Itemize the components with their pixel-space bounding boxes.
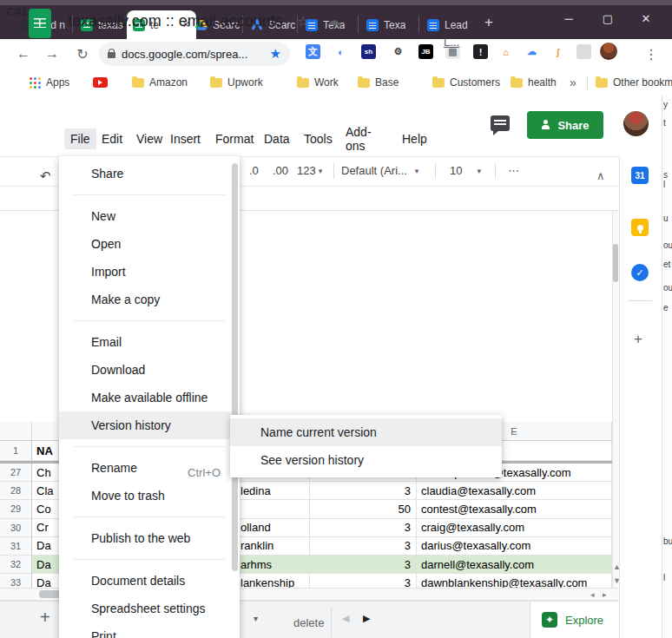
reload-icon[interactable]: ↻ (71, 43, 94, 65)
share-button[interactable]: Share (527, 111, 603, 139)
cell-a27[interactable]: Ch (32, 464, 59, 482)
cell-d30[interactable]: 3 (310, 519, 417, 537)
bookmark-folder-health[interactable]: health (511, 74, 557, 91)
decrease-decimal-button[interactable]: .0 (249, 156, 259, 185)
row-header-31[interactable]: 31 (0, 537, 32, 556)
puzzle-icon[interactable] (576, 44, 591, 59)
file-menu-item-move-to-trash[interactable]: Move to trash (59, 482, 238, 510)
lamp-icon[interactable]: ! (473, 44, 488, 59)
new-tab-button[interactable]: + (484, 14, 493, 31)
file-menu-item-import[interactable]: Import (59, 258, 238, 286)
close-button[interactable]: ✕ (633, 7, 659, 30)
cell-c30[interactable]: olland (227, 519, 310, 537)
menu-edit[interactable]: Edit (96, 128, 128, 149)
row-header-32[interactable]: 32 (0, 556, 32, 574)
last-edit-link[interactable]: L... (444, 36, 459, 49)
file-menu-item-spreadsheet-settings[interactable]: Spreadsheet settings (59, 595, 238, 622)
row-header-29[interactable]: 29 (0, 500, 32, 518)
cell-e28[interactable]: claudia@texasally.com (417, 482, 612, 500)
cell-e30[interactable]: craig@texasally.com (417, 519, 612, 537)
translate-icon[interactable]: 文 (306, 44, 320, 59)
cell-a32[interactable]: Da (32, 556, 59, 574)
file-menu-item-print[interactable]: PrintCtrl+P (59, 622, 238, 638)
file-menu-item-rename[interactable]: Rename (59, 454, 238, 482)
bookmark-folder-upwork[interactable]: Upwork (210, 74, 263, 91)
cell-d31[interactable]: 3 (310, 537, 417, 556)
font-name-select[interactable]: Default (Ari...▾ (341, 156, 418, 185)
other-bookmarks[interactable]: Other bookmarks (596, 74, 672, 91)
home-icon[interactable]: ⌂ (498, 44, 513, 59)
name-box[interactable]: C41 (7, 5, 28, 18)
add-sheet-button[interactable]: + (40, 608, 50, 628)
file-menu-item-share[interactable]: Share (59, 160, 238, 187)
star-document-icon[interactable]: ☆ (297, 13, 309, 30)
bookmark-star-icon[interactable]: ★ (270, 46, 281, 62)
number-format-button[interactable]: 123▾ (297, 156, 322, 185)
file-menu-item-email[interactable]: Email▶ (59, 328, 238, 356)
cell-c32[interactable]: arhms (227, 556, 310, 574)
ear-icon[interactable]: ʃ (550, 44, 565, 59)
cell-a30[interactable]: Cr (32, 519, 59, 537)
maximize-button[interactable]: ▢ (595, 7, 621, 30)
menu-view[interactable]: View (130, 128, 168, 149)
cell-e29[interactable]: contest@texasally.com (417, 500, 612, 518)
cell-d29[interactable]: 50 (310, 500, 417, 518)
scroll-right-icon[interactable]: ▸ (603, 590, 607, 599)
cell-c29[interactable] (227, 500, 310, 518)
cell-d32[interactable]: 3 (310, 556, 417, 574)
cell-d28[interactable]: 3 (310, 482, 417, 500)
gear-icon[interactable]: ⚙ (391, 44, 405, 59)
font-size-select[interactable]: 10▾ (450, 156, 481, 185)
cell-c31[interactable]: ranklin (227, 537, 310, 556)
cell-e31[interactable]: darius@texasally.com (417, 537, 612, 556)
menu-help[interactable]: Help (396, 128, 433, 149)
sheets-logo-icon[interactable] (29, 9, 51, 38)
document-title[interactable]: texasally.com :: email accounts (68, 12, 283, 30)
keep-icon[interactable] (631, 219, 649, 236)
add-addon-button[interactable]: + (634, 331, 642, 348)
minimize-button[interactable]: ─ (556, 7, 582, 30)
bookmark-youtube[interactable] (93, 74, 108, 91)
bookmarks-overflow-icon[interactable]: » (570, 74, 576, 91)
browser-profile-avatar[interactable] (600, 43, 617, 60)
menu-format[interactable]: Format (209, 128, 260, 149)
row-header-27[interactable]: 27 (0, 464, 32, 482)
vertical-scroll-thumb[interactable] (613, 244, 618, 282)
file-menu-item-open[interactable]: OpenCtrl+O (59, 230, 238, 258)
increase-decimal-button[interactable]: .00 (273, 156, 288, 185)
menu-insert[interactable]: Insert (164, 128, 207, 149)
menu-file[interactable]: File (64, 128, 96, 149)
sheet-nav-left-icon[interactable]: ◀ (342, 613, 349, 624)
file-menu-item-version-history[interactable]: Version history▶ (59, 411, 238, 439)
forward-icon[interactable]: → (41, 43, 63, 65)
file-menu-scrollbar[interactable] (232, 163, 238, 571)
row-header-28[interactable]: 28 (0, 482, 32, 500)
sheet-tab-caret-icon[interactable]: ▾ (254, 614, 258, 623)
sheet-tab-delete[interactable]: delete (287, 608, 332, 637)
cell-a28[interactable]: Cla (32, 482, 59, 500)
file-menu-item-make-a-copy[interactable]: Make a copy (59, 286, 238, 313)
bookmark-folder-customers[interactable]: Customers (432, 74, 500, 91)
menu-data[interactable]: Data (258, 128, 296, 149)
file-menu-item-document-details[interactable]: Document details (59, 567, 238, 595)
cell-a29[interactable]: Co (32, 500, 59, 518)
file-menu-item-make-available-offline[interactable]: Make available offline (59, 384, 238, 411)
file-menu-item-download[interactable]: Download▶ (59, 356, 238, 384)
tasks-icon[interactable]: ✓ (631, 264, 649, 281)
row-header-30[interactable]: 30 (0, 519, 32, 537)
calendar-icon[interactable]: 31 (631, 167, 649, 184)
menu-add-ons[interactable]: Add-ons (339, 128, 378, 149)
cell-a1[interactable]: NA (32, 441, 59, 461)
explore-button[interactable]: ✦ Explore (530, 602, 618, 638)
file-menu-item-new[interactable]: New▶ (59, 202, 238, 230)
file-menu-item-publish-to-the-web[interactable]: Publish to the web (59, 524, 238, 552)
bookmark-folder-amazon[interactable]: Amazon (132, 74, 188, 91)
more-toolbar-button[interactable]: ⋯ (508, 156, 519, 185)
cell-e32[interactable]: darnell@texasally.com (417, 556, 612, 574)
cell-a31[interactable]: Da (32, 537, 59, 556)
cell-c28[interactable]: ledina (227, 482, 310, 500)
back-icon[interactable]: ← (12, 43, 35, 65)
account-avatar[interactable] (623, 111, 649, 136)
bookmark-folder-base[interactable]: Base (358, 74, 399, 91)
submenu-item-name-current-version[interactable]: Name current version (230, 418, 502, 446)
